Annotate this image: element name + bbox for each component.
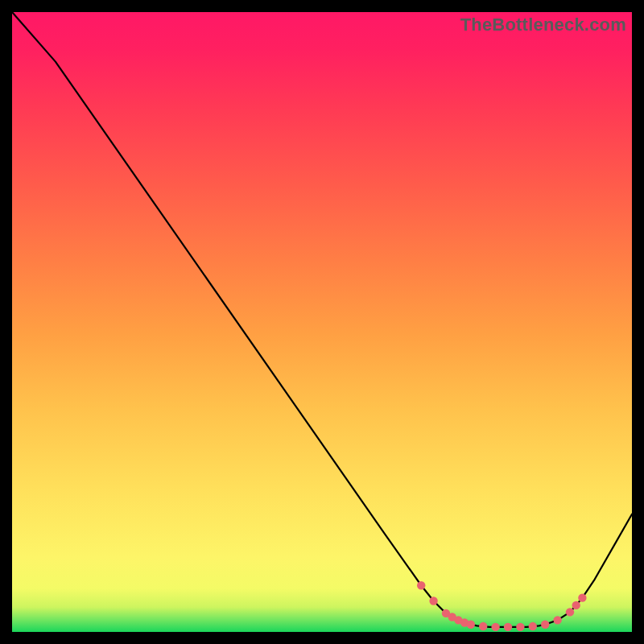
data-marker	[578, 593, 586, 601]
chart-frame: TheBottleneck.com	[0, 0, 644, 644]
data-marker	[516, 623, 524, 631]
data-marker	[529, 622, 537, 630]
data-marker	[479, 622, 487, 630]
data-marker	[553, 616, 561, 624]
data-marker	[504, 623, 512, 631]
data-marker	[541, 621, 549, 629]
data-marker	[566, 608, 574, 616]
chart-svg	[12, 12, 632, 632]
data-marker	[429, 597, 437, 605]
data-marker	[572, 601, 580, 609]
data-marker	[467, 621, 475, 629]
marker-group	[417, 581, 587, 631]
data-marker	[417, 581, 425, 589]
bottleneck-curve	[12, 12, 632, 627]
data-marker	[491, 623, 499, 631]
